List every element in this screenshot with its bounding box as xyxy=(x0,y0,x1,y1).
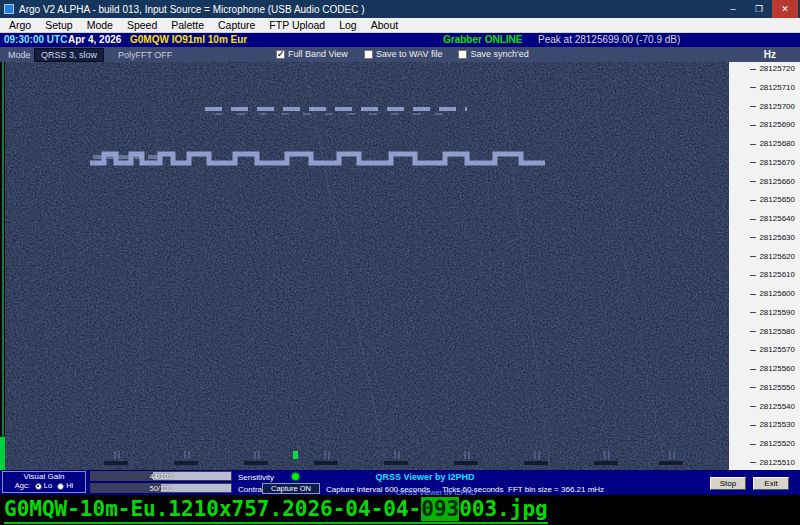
menu-bar: ArgoSetupModeSpeedPaletteCaptureFTP Uplo… xyxy=(0,18,800,33)
visual-gain-label: Visual Gain xyxy=(3,472,85,481)
frequency-label: 28125600 xyxy=(729,290,795,298)
tick-mark xyxy=(750,69,756,70)
menu-item-argo[interactable]: Argo xyxy=(2,18,38,33)
status-led-icon xyxy=(292,473,299,480)
menu-item-mode[interactable]: Mode xyxy=(80,18,120,33)
menu-item-palette[interactable]: Palette xyxy=(164,18,211,33)
frequency-label: 28125670 xyxy=(729,159,795,167)
tick-mark xyxy=(750,387,756,388)
tick-mark xyxy=(750,462,756,463)
tick-mark xyxy=(750,162,756,163)
agc-radio-group: Agc: LoHi xyxy=(3,481,85,491)
contrast-slider[interactable]: 50/100 xyxy=(90,483,232,493)
checkbox-save-synch-ed[interactable]: Save synch'ed xyxy=(458,49,528,59)
frequency-label: 28125660 xyxy=(729,178,795,186)
frequency-label: 28125540 xyxy=(729,403,795,411)
radio-circle-icon[interactable] xyxy=(57,483,64,490)
tick-mark xyxy=(750,125,756,126)
main-area: 2812572028125710281257002812569028125680… xyxy=(0,62,800,470)
agc-radio-lo[interactable]: Lo xyxy=(35,481,52,491)
tick-mark xyxy=(750,312,756,313)
waterfall-noise xyxy=(5,62,729,470)
frequency-label: 28125720 xyxy=(729,65,795,73)
tick-mark xyxy=(750,425,756,426)
window-title: Argo V2 ALPHA - build 013, Input Source … xyxy=(19,4,715,15)
checkbox-save-to-wav-file[interactable]: Save to WAV file xyxy=(364,49,443,59)
radio-label: Hi xyxy=(66,481,73,491)
station-id: G0MQW IO91ml 10m Eur xyxy=(130,34,247,45)
status-bar: G0MQW-10m-Eu.1210x757.2026-04-04-093003.… xyxy=(0,495,800,525)
waterfall-display[interactable] xyxy=(5,62,729,470)
frequency-label: 28125570 xyxy=(729,346,795,354)
argo-window: Argo V2 ALPHA - build 013, Input Source … xyxy=(0,0,800,525)
capture-toggle-button[interactable]: Capture ON xyxy=(262,483,320,494)
app-icon xyxy=(4,4,14,14)
frequency-label: 28125520 xyxy=(729,440,795,448)
tick-mark xyxy=(750,87,756,88)
menu-item-log[interactable]: Log xyxy=(332,18,364,33)
frequency-label: 28125530 xyxy=(729,421,795,429)
tick-mark xyxy=(750,144,756,145)
tick-mark xyxy=(750,256,756,257)
menu-item-speed[interactable]: Speed xyxy=(120,18,164,33)
capture-progress-indicator xyxy=(0,437,5,471)
menu-item-capture[interactable]: Capture xyxy=(211,18,262,33)
timeline-label-smudges xyxy=(104,461,683,465)
tick-mark xyxy=(750,219,756,220)
waterfall-graphic xyxy=(5,62,729,470)
tick-mark xyxy=(750,181,756,182)
grabber-status: Grabber ONLINE xyxy=(443,34,522,45)
left-edge-indicator xyxy=(2,62,4,470)
close-button[interactable]: ✕ xyxy=(772,0,798,18)
capture-filename: G0MQW-10m-Eu.1210x757.2026-04-04-093003.… xyxy=(4,497,548,524)
sensitivity-slider[interactable]: 44/100 xyxy=(90,471,232,481)
filename-prefix: G0MQW-10m-Eu.1210x757.2026-04-04- xyxy=(4,497,421,521)
date-label: Apr 4, 2026 xyxy=(68,34,121,45)
tick-mark xyxy=(750,275,756,276)
sensitivity-value: 44/100 xyxy=(91,472,231,481)
stop-button[interactable]: Stop xyxy=(710,477,746,490)
peak-readout: Peak at 28125699.00 (-70.9 dB) xyxy=(538,34,680,45)
checkbox-full-band-view[interactable]: Full Band View xyxy=(276,49,348,59)
radio-circle-icon[interactable] xyxy=(35,483,42,490)
frequency-label: 28125700 xyxy=(729,103,795,111)
exit-button[interactable]: Exit xyxy=(753,477,789,490)
menu-item-setup[interactable]: Setup xyxy=(38,18,79,33)
minimize-button[interactable]: – xyxy=(720,0,746,18)
checkbox-box-icon[interactable] xyxy=(276,50,285,59)
frequency-label: 28125690 xyxy=(729,121,795,129)
tick-mark xyxy=(750,369,756,370)
hz-unit-label: Hz xyxy=(764,49,776,60)
bottom-panel: Visual Gain Agc: LoHi 44/100 50/100 Sens… xyxy=(0,470,800,495)
frequency-scale: 2812572028125710281257002812569028125680… xyxy=(729,62,800,470)
tick-mark xyxy=(750,237,756,238)
tick-mark xyxy=(750,294,756,295)
agc-label: Agc: xyxy=(15,481,30,491)
maximize-button[interactable]: ❐ xyxy=(746,0,772,18)
contrast-value: 50/100 xyxy=(91,484,231,493)
checkbox-label: Save to WAV file xyxy=(376,49,443,59)
filename-highlight: 093 xyxy=(421,497,459,521)
checkbox-group: Full Band ViewSave to WAV fileSave synch… xyxy=(276,49,529,59)
frequency-label: 28125590 xyxy=(729,309,795,317)
checkbox-box-icon[interactable] xyxy=(364,50,373,59)
frequency-label: 28125620 xyxy=(729,253,795,261)
fft-bin-size-label: FFT bin size = 366.21 mHz xyxy=(508,485,604,494)
frequency-label: 28125580 xyxy=(729,328,795,336)
tick-mark xyxy=(750,406,756,407)
checkbox-box-icon[interactable] xyxy=(458,50,467,59)
info-bar: 09:30:00 UTC Apr 4, 2026 G0MQW IO91ml 10… xyxy=(0,33,800,47)
viewer-title: QRSS Viewer by I2PHD xyxy=(330,472,520,482)
menu-item-about[interactable]: About xyxy=(364,18,405,33)
menu-item-ftp-upload[interactable]: FTP Upload xyxy=(262,18,332,33)
checkbox-label: Full Band View xyxy=(288,49,348,59)
mode-label: Mode xyxy=(8,50,31,60)
agc-radio-hi[interactable]: Hi xyxy=(57,481,73,491)
window-controls: – ❐ ✕ xyxy=(720,0,798,18)
tick-mark xyxy=(750,200,756,201)
polyfft-toggle[interactable]: PolyFFT OFF xyxy=(118,50,172,60)
mode-value[interactable]: QRSS 3, slow xyxy=(34,48,104,62)
tick-mark xyxy=(750,331,756,332)
frequency-label: 28125510 xyxy=(729,459,795,467)
frequency-label: 28125710 xyxy=(729,84,795,92)
